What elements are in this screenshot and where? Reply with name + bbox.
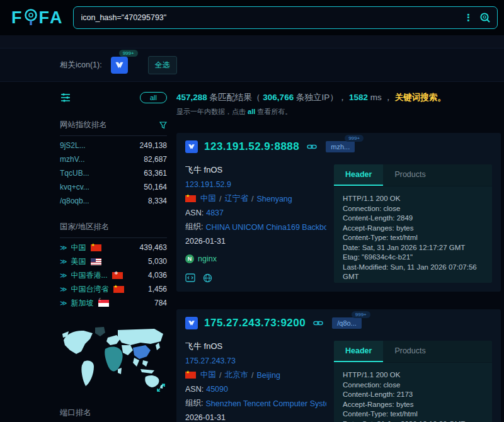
asn-link[interactable]: 4837 bbox=[206, 208, 224, 217]
substats-text: 查看所有。 bbox=[257, 108, 292, 115]
link-icon[interactable] bbox=[313, 319, 323, 327]
filter-sliders-icon[interactable] bbox=[60, 92, 71, 103]
country-link[interactable]: 中国台湾省 bbox=[71, 284, 109, 295]
tag-label: /q8o... bbox=[337, 319, 357, 327]
logo-letter: F bbox=[11, 8, 23, 28]
fingerprint-link[interactable]: /q8oqb... bbox=[60, 197, 89, 205]
top-bar: F FA ⋮ bbox=[0, 0, 504, 35]
sidebar-controls: all bbox=[60, 92, 167, 103]
country-link[interactable]: 中国 bbox=[200, 370, 216, 380]
fingerprint-link[interactable]: kvq+cv... bbox=[60, 183, 89, 191]
country-link[interactable]: 中国 bbox=[71, 242, 86, 253]
host-title: 飞牛 fnOS bbox=[185, 341, 326, 352]
tab-header[interactable]: Header bbox=[334, 341, 383, 362]
fofa-page: F FA ⋮ 相关icon(1): 999+ bbox=[0, 0, 504, 422]
asn-label: ASN: bbox=[185, 208, 203, 217]
country-count: 1,456 bbox=[148, 285, 167, 294]
logo-letter: A bbox=[50, 8, 63, 28]
fingerprint-tag-chip[interactable]: /q8o... 999+ bbox=[332, 317, 362, 329]
host-ip-link[interactable]: 175.27.243.73 bbox=[185, 356, 236, 365]
fingerprint-count: 8,334 bbox=[148, 197, 167, 205]
fingerprint-link[interactable]: 9jS2L... bbox=[60, 141, 86, 150]
country-link[interactable]: 中国香港... bbox=[71, 270, 108, 281]
country-row: ≫ 新加坡 784 bbox=[60, 296, 167, 310]
country-count: 4,036 bbox=[148, 271, 167, 280]
map-expand-icon[interactable] bbox=[156, 383, 166, 392]
country-flag-icon bbox=[91, 258, 101, 265]
chevron-right-icon[interactable]: ≫ bbox=[60, 285, 67, 294]
fingerprint-ranking-section: 网站指纹排名 9jS2L... 249,138 mzhV... 82,687 T… bbox=[60, 120, 167, 208]
result-substats: 显示一年内数据，点击 all 查看所有。 bbox=[176, 107, 501, 117]
substats-text: 显示一年内数据，点击 bbox=[176, 108, 246, 115]
select-all-button[interactable]: 全选 bbox=[148, 56, 177, 74]
org-link[interactable]: Shenzhen Tencent Computer Systems Compa.… bbox=[205, 399, 326, 408]
site-favicon[interactable] bbox=[185, 317, 198, 329]
search-button[interactable] bbox=[479, 12, 491, 23]
port-ranking-section: 端口排名 8000 174,360 8001 104,441 5666 30,2… bbox=[60, 408, 167, 422]
ip-port-link[interactable]: 175.27.243.73:9200 bbox=[204, 317, 306, 329]
fingerprint-link[interactable]: mzhV... bbox=[60, 155, 85, 164]
chevron-right-icon[interactable]: ≫ bbox=[60, 299, 67, 307]
country-row: ≫ 美国 5,030 bbox=[60, 254, 167, 268]
chevron-right-icon[interactable]: ≫ bbox=[60, 271, 67, 280]
search-input[interactable] bbox=[81, 13, 458, 22]
host-ip-link[interactable]: 123.191.52.9 bbox=[185, 180, 231, 189]
funnel-filter-icon[interactable] bbox=[159, 122, 167, 129]
chevron-right-icon[interactable]: ≫ bbox=[60, 244, 67, 252]
fingerprint-tag-chip[interactable]: mzh... 999+ bbox=[326, 141, 355, 152]
city-link[interactable]: Beijing bbox=[256, 371, 280, 380]
fingerprint-row: mzhV... 82,687 bbox=[60, 152, 167, 166]
response-panel: Header Products HTTP/1.1 200 OK Connecti… bbox=[334, 341, 492, 422]
results-area: 457,288 条匹配结果（ 306,766 条独立IP）， 1582 ms ，… bbox=[176, 92, 501, 422]
country-flag-icon bbox=[185, 372, 196, 379]
sidebar: all 网站指纹排名 9jS2L... 249,138 mzhV... 82,6… bbox=[60, 92, 167, 422]
globe-icon[interactable] bbox=[203, 273, 212, 283]
country-link[interactable]: 新加坡 bbox=[71, 298, 94, 309]
result-card: 175.27.243.73:9200 /q8o... 999+ 飞牛 bbox=[176, 309, 501, 422]
fingerprint-ranking-title: 网站指纹排名 bbox=[60, 120, 167, 136]
world-map[interactable] bbox=[60, 324, 167, 396]
chevron-right-icon[interactable]: ≫ bbox=[60, 258, 67, 266]
more-options-icon[interactable]: ⋮ bbox=[457, 12, 479, 23]
stats-text: 条匹配结果（ bbox=[210, 93, 261, 102]
host-info-column: 飞牛 fnOS 123.191.52.9 中国 / 辽宁省 / Shenyang… bbox=[185, 164, 334, 283]
site-favicon[interactable] bbox=[185, 140, 198, 153]
city-link[interactable]: Shenyang bbox=[256, 195, 292, 203]
result-stats: 457,288 条匹配结果（ 306,766 条独立IP）， 1582 ms ，… bbox=[176, 92, 501, 103]
asn-link[interactable]: 45090 bbox=[206, 385, 228, 394]
country-link[interactable]: 美国 bbox=[71, 256, 86, 267]
fingerprint-row: TqcUB... 63,361 bbox=[60, 166, 167, 180]
org-link[interactable]: CHINA UNICOM China169 Backbone bbox=[205, 223, 326, 232]
region-link[interactable]: 北京市 bbox=[224, 370, 248, 380]
http-response[interactable]: HTTP/1.1 200 OK Connection: close Conten… bbox=[334, 363, 492, 422]
country-flag-icon bbox=[91, 244, 101, 251]
host-info-column: 飞牛 fnOS 175.27.243.73 中国 / 北京市 / Beijing… bbox=[185, 341, 334, 422]
related-icon-chip[interactable]: 999+ bbox=[111, 57, 128, 74]
result-card-header: 175.27.243.73:9200 /q8o... 999+ bbox=[185, 317, 492, 329]
keyword-search-link[interactable]: 关键词搜索。 bbox=[395, 93, 446, 102]
server-link[interactable]: nginx bbox=[198, 254, 217, 263]
tab-header[interactable]: Header bbox=[334, 164, 383, 186]
link-icon[interactable] bbox=[307, 143, 317, 151]
tab-products[interactable]: Products bbox=[383, 341, 437, 362]
ip-port-link[interactable]: 123.191.52.9:8888 bbox=[204, 140, 299, 153]
region-link[interactable]: 辽宁省 bbox=[224, 193, 248, 204]
separator: / bbox=[219, 371, 221, 380]
code-view-icon[interactable] bbox=[185, 273, 195, 283]
logo-letter: F bbox=[39, 8, 50, 28]
tab-products[interactable]: Products bbox=[383, 164, 437, 186]
http-response[interactable]: HTTP/1.1 200 OK Connection: close Conten… bbox=[334, 186, 492, 281]
country-ranking-title: 国家/地区排名 bbox=[60, 222, 167, 238]
tag-label: mzh... bbox=[331, 143, 350, 151]
result-card-body: 飞牛 fnOS 123.191.52.9 中国 / 辽宁省 / Shenyang… bbox=[185, 164, 492, 283]
country-row: ≫ 中国 439,463 bbox=[60, 241, 167, 254]
all-link[interactable]: all bbox=[248, 108, 255, 115]
fingerprint-row: /q8oqb... 8,334 bbox=[60, 194, 167, 208]
country-count: 5,030 bbox=[148, 257, 167, 266]
fingerprint-link[interactable]: TqcUB... bbox=[60, 169, 89, 178]
fofa-logo[interactable]: F FA bbox=[11, 8, 63, 28]
search-bar: ⋮ bbox=[73, 6, 498, 29]
country-link[interactable]: 中国 bbox=[200, 193, 216, 204]
search-icon bbox=[479, 12, 491, 23]
all-filter-pill[interactable]: all bbox=[140, 92, 167, 103]
